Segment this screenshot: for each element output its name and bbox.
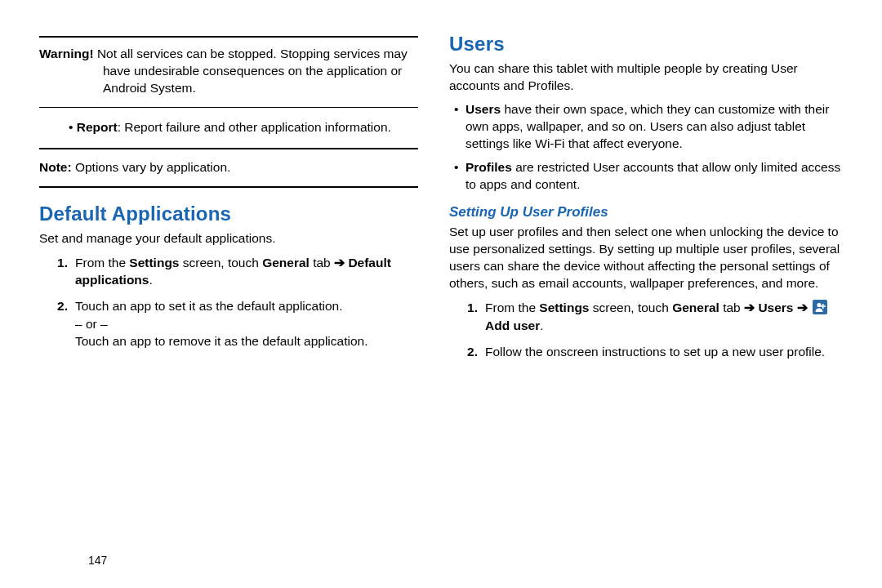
svg-rect-2	[821, 305, 826, 307]
left-column: Warning! Not all services can be stopped…	[39, 33, 441, 564]
step-1: From the Settings screen, touch General …	[57, 254, 418, 289]
svg-point-0	[817, 303, 821, 307]
section-title-default-applications: Default Applications	[39, 203, 418, 225]
text: screen, touch	[179, 256, 262, 270]
bold: Settings	[539, 301, 589, 314]
text: – or –	[75, 317, 108, 331]
text: have their own space, which they can cus…	[466, 102, 829, 150]
text: Follow the onscreen instructions to set …	[485, 345, 825, 359]
text: tab	[719, 301, 744, 314]
rule	[39, 36, 418, 38]
bold: Settings	[129, 256, 179, 270]
subsection-title: Setting Up User Profiles	[449, 204, 843, 220]
rule	[39, 186, 418, 188]
text: From the	[485, 301, 539, 314]
note-text: Options vary by application.	[75, 160, 230, 174]
text: .	[540, 318, 543, 332]
text: Touch an app to set it as the default ap…	[75, 299, 342, 313]
right-column: Users You can share this tablet with mul…	[441, 33, 843, 564]
subsection-intro: Set up user profiles and then select one…	[449, 224, 843, 292]
warning-text: Not all services can be stopped. Stoppin…	[97, 47, 408, 95]
users-intro: You can share this tablet with multiple …	[449, 60, 843, 95]
steps-list: From the Settings screen, touch General …	[449, 299, 843, 360]
arrow-icon: ➔	[797, 301, 808, 314]
bold: General	[262, 256, 310, 270]
section-intro: Set and manage your default applications…	[39, 230, 418, 247]
page: Warning! Not all services can be stopped…	[0, 0, 882, 588]
list-item: Users have their own space, which they c…	[454, 101, 843, 153]
rule	[39, 107, 418, 108]
section-title-users: Users	[449, 33, 843, 56]
step-1: From the Settings screen, touch General …	[467, 299, 843, 334]
text: are restricted User accounts that allow …	[466, 160, 840, 191]
warning-label: Warning!	[39, 47, 94, 60]
bold: Profiles	[466, 160, 512, 174]
text: screen, touch	[589, 301, 672, 314]
note-label: Note:	[39, 160, 72, 174]
rule	[39, 148, 418, 149]
report-text: : Report failure and other application i…	[118, 120, 391, 134]
steps-list: From the Settings screen, touch General …	[39, 254, 418, 350]
text: tab	[310, 256, 334, 270]
bold: Users	[758, 301, 793, 314]
bold: Users	[466, 102, 501, 116]
arrow-icon: ➔	[744, 301, 755, 314]
add-user-icon	[813, 300, 827, 314]
bold: Add user	[485, 318, 540, 332]
warning-block: Warning! Not all services can be stopped…	[39, 41, 418, 104]
users-bullets: Users have their own space, which they c…	[449, 101, 843, 194]
list-item: Profiles are restricted User accounts th…	[454, 159, 843, 194]
text: .	[149, 273, 152, 287]
step-2: Touch an app to set it as the default ap…	[57, 297, 418, 350]
page-number: 147	[88, 554, 107, 567]
note-block: Note: Options vary by application.	[39, 153, 418, 183]
text: Touch an app to remove it as the default…	[75, 334, 368, 348]
arrow-icon: ➔	[334, 256, 345, 270]
report-label: Report	[77, 120, 118, 134]
report-block: • Report: Report failure and other appli…	[39, 111, 418, 145]
bold: General	[672, 301, 719, 314]
step-2: Follow the onscreen instructions to set …	[467, 343, 843, 361]
text: From the	[75, 256, 129, 270]
